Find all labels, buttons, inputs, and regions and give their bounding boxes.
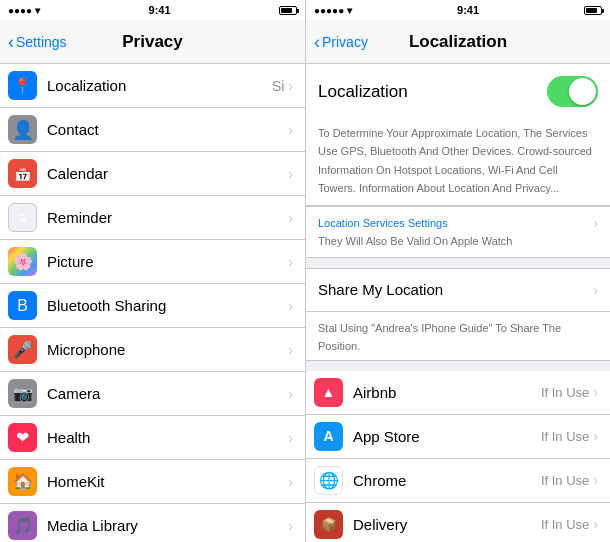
delivery-icon: 📦	[314, 510, 343, 539]
chevron-right-icon: ›	[288, 298, 293, 314]
left-nav-back[interactable]: ‹ Settings	[8, 33, 67, 51]
location-services-label[interactable]: Location Services Settings	[318, 217, 448, 229]
picture-icon: 🌸	[8, 247, 37, 276]
list-item[interactable]: 🎵 Media Library ›	[0, 504, 305, 542]
list-item[interactable]: 📅 Calendar ›	[0, 152, 305, 196]
chrome-chevron-icon: ›	[593, 472, 598, 488]
bluetooth-label: Bluetooth Sharing	[47, 297, 288, 314]
calendar-label: Calendar	[47, 165, 288, 182]
appstore-name: App Store	[353, 428, 541, 445]
health-label: Health	[47, 429, 288, 446]
chevron-right-icon: ›	[288, 254, 293, 270]
localization-toggle-row: Localization	[306, 64, 610, 115]
localization-info-text: To Determine Your Approximate Location, …	[318, 127, 592, 194]
airbnb-icon: ▲	[314, 378, 343, 407]
right-wifi-icon: ▾	[347, 5, 352, 16]
location-services-chevron-icon: ›	[593, 215, 598, 231]
share-info-text: Stal Using "Andrea's IPhone Guide" To Sh…	[318, 322, 561, 352]
app-list-item[interactable]: 📦 Delivery If In Use ›	[306, 503, 610, 542]
chevron-right-icon: ›	[288, 430, 293, 446]
reminder-icon: ≡	[8, 203, 37, 232]
chevron-right-icon: ›	[288, 518, 293, 534]
localization-info-block: To Determine Your Approximate Location, …	[306, 115, 610, 206]
appstore-status: If In Use	[541, 429, 589, 444]
left-back-label[interactable]: Settings	[16, 34, 67, 50]
right-battery-fill	[586, 8, 597, 13]
chevron-right-icon: ›	[288, 474, 293, 490]
separator	[306, 258, 610, 268]
localization-value: Si	[272, 78, 284, 94]
calendar-icon: 📅	[8, 159, 37, 188]
media-library-icon: 🎵	[8, 511, 37, 540]
wifi-icon: ▾	[35, 5, 40, 16]
battery-icon	[279, 6, 297, 15]
appstore-icon: A	[314, 422, 343, 451]
health-icon: ❤	[8, 423, 37, 452]
right-status-right	[584, 6, 602, 15]
reminder-label: Reminder	[47, 209, 288, 226]
right-time: 9:41	[457, 4, 479, 16]
right-panel: ●●●●● ▾ 9:41 ‹ Privacy Localization Loca…	[305, 0, 610, 542]
right-status-left: ●●●●● ▾	[314, 5, 352, 16]
battery-fill	[281, 8, 292, 13]
share-info-block: Stal Using "Andrea's IPhone Guide" To Sh…	[306, 312, 610, 361]
share-my-location-label[interactable]: Share My Location	[318, 281, 593, 298]
chevron-right-icon: ›	[288, 210, 293, 226]
delivery-name: Delivery	[353, 516, 541, 533]
share-chevron-icon: ›	[593, 282, 598, 298]
contact-icon: 👤	[8, 115, 37, 144]
list-item[interactable]: 🏠 HomeKit ›	[0, 460, 305, 504]
right-battery-icon	[584, 6, 602, 15]
airbnb-chevron-icon: ›	[593, 384, 598, 400]
chevron-right-icon: ›	[288, 386, 293, 402]
left-status-bar: ●●●● ▾ 9:41	[0, 0, 305, 20]
right-nav-back[interactable]: ‹ Privacy	[314, 33, 368, 51]
list-item[interactable]: B Bluetooth Sharing ›	[0, 284, 305, 328]
list-item[interactable]: 🌸 Picture ›	[0, 240, 305, 284]
picture-label: Picture	[47, 253, 288, 270]
right-signal-icon: ●●●●●	[314, 5, 344, 16]
localization-toggle[interactable]	[547, 76, 598, 107]
chevron-right-icon: ›	[288, 342, 293, 358]
camera-icon: 📷	[8, 379, 37, 408]
share-my-location-item[interactable]: Share My Location ›	[306, 268, 610, 312]
back-chevron-icon: ‹	[8, 33, 14, 51]
right-nav-bar: ‹ Privacy Localization	[306, 20, 610, 64]
list-item[interactable]: ≡ Reminder ›	[0, 196, 305, 240]
chrome-name: Chrome	[353, 472, 541, 489]
list-item[interactable]: ❤ Health ›	[0, 416, 305, 460]
list-item[interactable]: 👤 Contact ›	[0, 108, 305, 152]
contact-label: Contact	[47, 121, 288, 138]
chevron-right-icon: ›	[288, 78, 293, 94]
app-list-item[interactable]: A App Store If In Use ›	[306, 415, 610, 459]
localization-icon: 📍	[8, 71, 37, 100]
list-item[interactable]: 📷 Camera ›	[0, 372, 305, 416]
homekit-icon: 🏠	[8, 467, 37, 496]
privacy-list: 📍 Localization Si › 👤 Contact › 📅 Calend…	[0, 64, 305, 542]
left-status-right	[279, 6, 297, 15]
airbnb-status: If In Use	[541, 385, 589, 400]
microphone-label: Microphone	[47, 341, 288, 358]
localization-label: Localization	[47, 77, 272, 94]
separator2	[306, 361, 610, 371]
chevron-right-icon: ›	[288, 166, 293, 182]
right-status-bar: ●●●●● ▾ 9:41	[306, 0, 610, 20]
list-item[interactable]: 📍 Localization Si ›	[0, 64, 305, 108]
right-content: Localization To Determine Your Approxima…	[306, 64, 610, 542]
app-list-item[interactable]: ▲ Airbnb If In Use ›	[306, 371, 610, 415]
bluetooth-icon: B	[8, 291, 37, 320]
chevron-right-icon: ›	[288, 122, 293, 138]
left-status-left: ●●●● ▾	[8, 5, 40, 16]
location-services-block[interactable]: Location Services Settings › They Will A…	[306, 206, 610, 258]
left-nav-title: Privacy	[122, 32, 183, 52]
app-list-item[interactable]: 🌐 Chrome If In Use ›	[306, 459, 610, 503]
list-item[interactable]: 🎤 Microphone ›	[0, 328, 305, 372]
location-services-sub: They Will Also Be Valid On Apple Watch	[318, 235, 512, 247]
left-panel: ●●●● ▾ 9:41 ‹ Settings Privacy 📍 Localiz…	[0, 0, 305, 542]
right-back-label[interactable]: Privacy	[322, 34, 368, 50]
left-nav-bar: ‹ Settings Privacy	[0, 20, 305, 64]
signal-icon: ●●●●	[8, 5, 32, 16]
camera-label: Camera	[47, 385, 288, 402]
delivery-status: If In Use	[541, 517, 589, 532]
delivery-chevron-icon: ›	[593, 516, 598, 532]
